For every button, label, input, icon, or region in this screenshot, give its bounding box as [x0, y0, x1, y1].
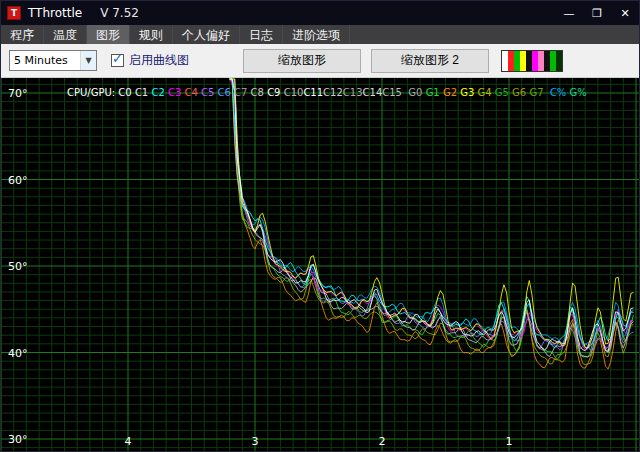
- checkbox-box: ✓: [111, 54, 124, 67]
- x-tick-label: 4: [125, 435, 132, 448]
- x-tick-label: 1: [506, 435, 513, 448]
- x-tick-label: 2: [379, 435, 386, 448]
- chevron-down-icon: ▼: [80, 51, 96, 70]
- tab-log[interactable]: 日志: [240, 25, 283, 44]
- y-tick-label: 60°: [8, 174, 28, 187]
- minimize-button[interactable]: —: [555, 1, 583, 25]
- y-tick-label: 30°: [8, 433, 28, 446]
- tab-preferences[interactable]: 个人偏好: [173, 25, 240, 44]
- close-button[interactable]: ✕: [611, 1, 639, 25]
- color-legend-stripes: [501, 50, 563, 72]
- tab-temperature[interactable]: 温度: [44, 25, 87, 44]
- tab-advanced[interactable]: 进阶选项: [283, 25, 350, 44]
- close-icon: ✕: [620, 7, 629, 20]
- zoom-graph-button[interactable]: 缩放图形: [243, 49, 361, 73]
- toolbar: 5 Minutes ▼ ✓ 启用曲线图 缩放图形 缩放图形 2: [1, 44, 639, 78]
- y-tick-label: 50°: [8, 260, 28, 273]
- minimize-icon: —: [564, 7, 575, 20]
- app-icon: T: [7, 6, 21, 20]
- zoom-graph-2-button[interactable]: 缩放图形 2: [371, 49, 489, 73]
- temperature-chart: 70°60°50°40°30°4321CPU/GPU: C0 C1 C2 C3 …: [1, 78, 639, 451]
- enable-curve-checkbox[interactable]: ✓ 启用曲线图: [111, 52, 189, 69]
- app-version: V 7.52: [100, 6, 139, 20]
- x-tick-label: 3: [252, 435, 259, 448]
- tab-rules[interactable]: 规则: [130, 25, 173, 44]
- interval-select[interactable]: 5 Minutes ▼: [9, 50, 97, 71]
- maximize-button[interactable]: ❐: [583, 1, 611, 25]
- color-stripe: [556, 51, 562, 71]
- chart-legend: CPU/GPU: C0 C1 C2 C3 C4 C5 C6 C7 C8 C9 C…: [67, 87, 587, 98]
- tab-program[interactable]: 程序: [1, 25, 44, 44]
- tab-graphics[interactable]: 图形: [87, 25, 130, 44]
- y-tick-label: 70°: [8, 87, 28, 100]
- tab-bar: 程序 温度 图形 规则 个人偏好 日志 进阶选项: [1, 25, 639, 44]
- y-tick-label: 40°: [8, 347, 28, 360]
- title-bar: T TThrottle V 7.52 — ❐ ✕: [1, 1, 639, 25]
- temperature-chart-svg: 70°60°50°40°30°4321CPU/GPU: C0 C1 C2 C3 …: [1, 78, 639, 451]
- window-title: TThrottle: [28, 6, 82, 20]
- maximize-icon: ❐: [592, 7, 602, 20]
- tthrottle-window: T TThrottle V 7.52 — ❐ ✕ 程序 温度 图形 规则 个人偏…: [0, 0, 640, 452]
- check-icon: ✓: [112, 51, 123, 66]
- interval-value: 5 Minutes: [10, 54, 80, 67]
- enable-curve-label: 启用曲线图: [129, 52, 189, 69]
